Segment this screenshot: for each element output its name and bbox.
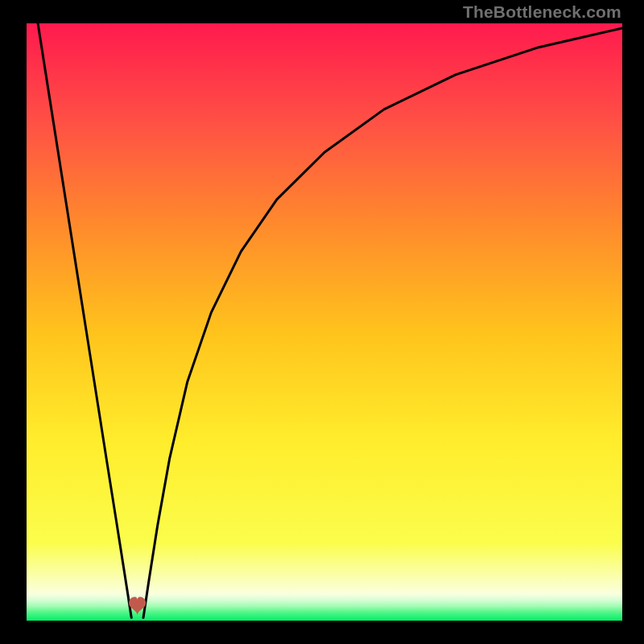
plot-area [27, 23, 622, 621]
gradient-background [27, 23, 622, 621]
chart-frame: TheBottleneck.com [0, 0, 644, 644]
chart-svg [27, 23, 622, 621]
watermark-text: TheBottleneck.com [463, 2, 621, 22]
